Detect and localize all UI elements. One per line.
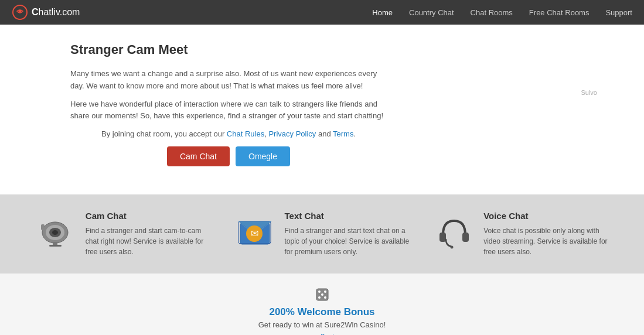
headset-icon <box>433 211 474 252</box>
sulvo-label: Sulvo <box>581 89 597 96</box>
terms-link[interactable]: Terms <box>333 129 353 138</box>
feature-text-desc: Find a stranger and start text chat on a… <box>284 225 410 257</box>
omegle-button[interactable]: Omegle <box>236 146 290 166</box>
svg-point-1 <box>19 10 22 13</box>
nav-free-chat-rooms[interactable]: Free Chat Rooms <box>529 8 590 17</box>
privacy-link[interactable]: Privacy Policy <box>268 129 316 138</box>
promo-link[interactable]: sure2.win <box>306 332 339 335</box>
hero-para1: Many times we want a change and a surpri… <box>70 68 387 93</box>
nav-links: Home Country Chat Chat Rooms Free Chat R… <box>372 8 632 17</box>
feature-cam-title: Cam Chat <box>86 211 211 221</box>
svg-point-17 <box>450 245 453 248</box>
svg-text:✉: ✉ <box>250 228 258 238</box>
logo-text: Chatliv.com <box>32 7 80 18</box>
cam-chat-button[interactable]: Cam Chat <box>167 146 230 166</box>
feature-voice-chat: Voice Chat Voice chat is possible only a… <box>433 211 609 257</box>
feature-voice-desc: Voice chat is possible only along with v… <box>483 225 609 257</box>
feature-cam-desc: Find a stranger and start cam-to-cam cha… <box>86 225 211 257</box>
feature-voice-content: Voice Chat Voice chat is possible only a… <box>483 211 609 257</box>
hero-buttons: Cam Chat Omegle <box>70 146 387 166</box>
navbar: Chatliv.com Home Country Chat Chat Rooms… <box>0 0 644 25</box>
logo-icon <box>12 4 28 20</box>
promo-section: 200% Welcome Bonus Get ready to win at S… <box>0 274 644 335</box>
nav-home[interactable]: Home <box>372 8 393 17</box>
feature-cam-content: Cam Chat Find a stranger and start cam-t… <box>86 211 211 257</box>
hero-para2: Here we have wonderful place of interact… <box>70 98 387 123</box>
logo[interactable]: Chatliv.com <box>12 4 80 20</box>
promo-bonus: 200% Welcome Bonus <box>12 306 632 318</box>
nav-support[interactable]: Support <box>605 8 632 17</box>
feature-text-content: Text Chat Find a stranger and start text… <box>284 211 410 257</box>
svg-point-19 <box>318 290 321 293</box>
svg-point-20 <box>324 290 326 293</box>
casino-icon <box>314 286 330 303</box>
nav-country-chat[interactable]: Country Chat <box>409 8 454 17</box>
svg-point-22 <box>324 296 326 299</box>
svg-point-5 <box>52 230 58 235</box>
svg-point-21 <box>318 296 321 299</box>
svg-rect-7 <box>49 245 62 247</box>
nav-chat-rooms[interactable]: Chat Rooms <box>471 8 513 17</box>
features-section: Cam Chat Find a stranger and start cam-t… <box>0 194 644 274</box>
hero-title: Stranger Cam Meet <box>70 42 621 57</box>
svg-rect-8 <box>41 224 45 230</box>
svg-point-23 <box>321 293 323 296</box>
feature-voice-title: Voice Chat <box>483 211 609 221</box>
svg-rect-16 <box>462 233 469 242</box>
webcam-icon <box>35 211 76 252</box>
feature-text-title: Text Chat <box>284 211 410 221</box>
feature-cam-chat: Cam Chat Find a stranger and start cam-t… <box>35 211 211 257</box>
hero-disclaimer: By joining chat room, you accept our Cha… <box>70 128 387 141</box>
hero-section: Sulvo Stranger Cam Meet Many times we wa… <box>0 25 644 194</box>
svg-rect-15 <box>439 233 446 242</box>
chat-rules-link[interactable]: Chat Rules <box>227 129 264 138</box>
feature-text-chat: ✉ Text Chat Find a stranger and start te… <box>234 211 410 257</box>
promo-desc: Get ready to win at Sure2Win Casino! <box>12 320 632 329</box>
email-icon: ✉ <box>234 211 275 252</box>
